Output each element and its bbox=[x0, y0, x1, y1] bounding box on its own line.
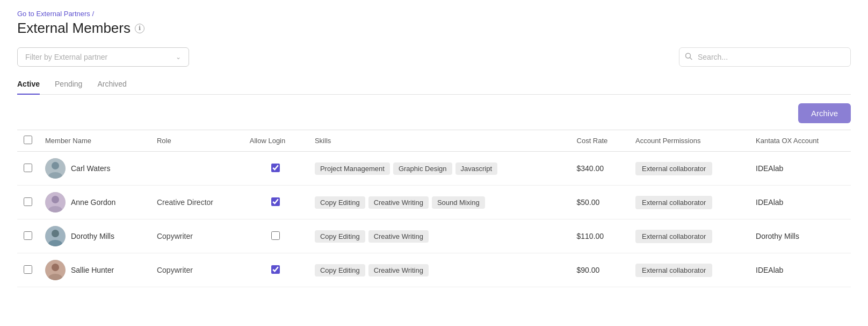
chevron-down-icon: ⌄ bbox=[176, 53, 181, 61]
account-permission-badge: External collaborator bbox=[635, 162, 712, 175]
svg-line-1 bbox=[690, 58, 692, 60]
tab-pending[interactable]: Pending bbox=[55, 75, 82, 95]
tabs-bar: Active Pending Archived bbox=[17, 75, 851, 95]
tab-archived[interactable]: Archived bbox=[97, 75, 126, 95]
table-header-row: Member Name Role Allow Login Skills Cost… bbox=[17, 130, 851, 152]
allow-login-cell bbox=[243, 152, 308, 186]
skill-tag: Copy Editing bbox=[315, 230, 365, 243]
member-name-cell: Carl Waters bbox=[39, 152, 150, 186]
member-name-cell: Dorothy Mills bbox=[39, 219, 150, 253]
allow-login-cell bbox=[243, 253, 308, 287]
row-checkbox-cell bbox=[17, 253, 39, 287]
page-title-row: External Members ℹ bbox=[17, 20, 851, 37]
avatar bbox=[45, 158, 66, 179]
table-row: Carl WatersProject ManagementGraphic Des… bbox=[17, 152, 851, 186]
kantata-account-cell: Dorothy Mills bbox=[749, 219, 851, 253]
avatar bbox=[45, 260, 66, 280]
col-account-permissions: Account Permissions bbox=[629, 130, 749, 152]
allow-login-cell bbox=[243, 186, 308, 219]
row-checkbox-cell bbox=[17, 219, 39, 253]
search-input[interactable] bbox=[679, 47, 851, 67]
tab-active[interactable]: Active bbox=[17, 75, 40, 95]
skill-tag: Creative Writing bbox=[368, 264, 429, 277]
account-permissions-cell: External collaborator bbox=[629, 253, 749, 287]
skill-tag: Copy Editing bbox=[315, 196, 365, 209]
allow-login-checkbox[interactable] bbox=[271, 265, 280, 274]
member-name-cell: Sallie Hunter bbox=[39, 253, 150, 287]
role-cell: Creative Director bbox=[150, 186, 243, 219]
col-cost-rate: Cost Rate bbox=[570, 130, 630, 152]
skills-cell: Copy EditingCreative Writing bbox=[308, 219, 570, 253]
info-icon[interactable]: ℹ bbox=[135, 24, 144, 33]
col-member-name: Member Name bbox=[39, 130, 150, 152]
row-checkbox-cell bbox=[17, 186, 39, 219]
account-permission-badge: External collaborator bbox=[635, 264, 712, 277]
member-name-cell: Anne Gordon bbox=[39, 186, 150, 219]
filter-placeholder: Filter by External partner bbox=[25, 53, 107, 61]
svg-point-3 bbox=[52, 162, 59, 169]
breadcrumb[interactable]: Go to External Partners / bbox=[17, 10, 851, 18]
skill-tag: Project Management bbox=[315, 162, 390, 175]
role-cell bbox=[150, 152, 243, 186]
skills-cell: Copy EditingCreative Writing bbox=[308, 253, 570, 287]
toolbar-row: Archive bbox=[17, 103, 851, 123]
members-table: Member Name Role Allow Login Skills Cost… bbox=[17, 130, 851, 287]
member-name: Anne Gordon bbox=[71, 198, 115, 207]
table-row: Dorothy MillsCopywriterCopy EditingCreat… bbox=[17, 219, 851, 253]
role-cell: Copywriter bbox=[150, 253, 243, 287]
kantata-account-cell: IDEAlab bbox=[749, 152, 851, 186]
row-checkbox[interactable] bbox=[24, 231, 32, 240]
avatar bbox=[45, 192, 66, 212]
svg-point-9 bbox=[52, 230, 59, 237]
account-permissions-cell: External collaborator bbox=[629, 219, 749, 253]
table-row: Sallie HunterCopywriterCopy EditingCreat… bbox=[17, 253, 851, 287]
skill-tag: Creative Writing bbox=[368, 196, 429, 209]
col-skills: Skills bbox=[308, 130, 570, 152]
table-row: Anne GordonCreative DirectorCopy Editing… bbox=[17, 186, 851, 219]
member-name: Dorothy Mills bbox=[71, 232, 114, 240]
search-icon bbox=[685, 53, 692, 62]
col-allow-login: Allow Login bbox=[243, 130, 308, 152]
account-permission-badge: External collaborator bbox=[635, 196, 712, 209]
archive-button[interactable]: Archive bbox=[798, 103, 851, 123]
account-permissions-cell: External collaborator bbox=[629, 186, 749, 219]
skills-cell: Project ManagementGraphic DesignJavascri… bbox=[308, 152, 570, 186]
col-role: Role bbox=[150, 130, 243, 152]
cost-rate-cell: $50.00 bbox=[570, 186, 630, 219]
avatar bbox=[45, 226, 66, 246]
account-permission-badge: External collaborator bbox=[635, 230, 712, 243]
skill-tag: Javascript bbox=[455, 162, 498, 175]
skill-tag: Graphic Design bbox=[393, 162, 452, 175]
cost-rate-cell: $90.00 bbox=[570, 253, 630, 287]
member-name: Sallie Hunter bbox=[71, 266, 114, 274]
filter-dropdown[interactable]: Filter by External partner ⌄ bbox=[17, 47, 189, 67]
row-checkbox[interactable] bbox=[24, 164, 32, 172]
role-cell: Copywriter bbox=[150, 219, 243, 253]
cost-rate-cell: $110.00 bbox=[570, 219, 630, 253]
col-kantata-account: Kantata OX Account bbox=[749, 130, 851, 152]
skill-tag: Copy Editing bbox=[315, 264, 365, 277]
top-controls: Filter by External partner ⌄ bbox=[17, 47, 851, 67]
row-checkbox-cell bbox=[17, 152, 39, 186]
search-wrapper bbox=[679, 47, 851, 67]
account-permissions-cell: External collaborator bbox=[629, 152, 749, 186]
kantata-account-cell: IDEAlab bbox=[749, 186, 851, 219]
page-title: External Members bbox=[17, 20, 131, 37]
allow-login-checkbox[interactable] bbox=[271, 231, 280, 240]
svg-point-6 bbox=[52, 196, 59, 203]
skill-tag: Sound Mixing bbox=[432, 196, 485, 209]
select-all-checkbox[interactable] bbox=[24, 136, 32, 144]
svg-point-12 bbox=[52, 264, 59, 271]
kantata-account-cell: IDEAlab bbox=[749, 253, 851, 287]
col-checkbox bbox=[17, 130, 39, 152]
skills-cell: Copy EditingCreative WritingSound Mixing bbox=[308, 186, 570, 219]
member-name: Carl Waters bbox=[71, 164, 110, 173]
allow-login-checkbox[interactable] bbox=[271, 164, 280, 172]
row-checkbox[interactable] bbox=[24, 265, 32, 274]
cost-rate-cell: $340.00 bbox=[570, 152, 630, 186]
allow-login-cell bbox=[243, 219, 308, 253]
skill-tag: Creative Writing bbox=[368, 230, 429, 243]
allow-login-checkbox[interactable] bbox=[271, 197, 280, 206]
page-container: Go to External Partners / External Membe… bbox=[0, 0, 868, 304]
row-checkbox[interactable] bbox=[24, 197, 32, 206]
